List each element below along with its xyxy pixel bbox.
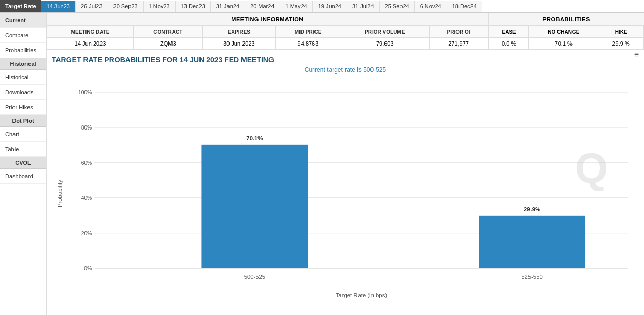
date-tabs: 14 Jun2326 Jul2320 Sep231 Nov2313 Dec233… <box>41 1 482 12</box>
sidebar-section-historical: Historical <box>0 58 46 70</box>
date-tab-31jan24[interactable]: 31 Jan24 <box>211 1 245 12</box>
prob-table: EASENO CHANGEHIKE 0.0 %70.1 %29.9 % <box>489 26 644 50</box>
bar-500-525 <box>201 145 308 268</box>
probabilities-section: PROBABILITIES EASENO CHANGEHIKE 0.0 %70.… <box>489 13 644 50</box>
meeting-header: EXPIRES <box>203 26 276 38</box>
date-tab-19jun24[interactable]: 19 Jun24 <box>313 1 347 12</box>
meeting-cell: 30 Jun 2023 <box>203 38 276 50</box>
date-tab-13dec23[interactable]: 13 Dec23 <box>176 1 211 12</box>
meeting-cell: 79,603 <box>340 38 430 50</box>
bar-chart: Probability 100% 80% 60% 40% 20% 0 <box>52 76 639 306</box>
sidebar-item-table[interactable]: Table <box>0 142 46 157</box>
svg-text:80%: 80% <box>81 125 92 131</box>
target-rate-label: Target Rate <box>0 0 41 12</box>
content-area: MEETING INFORMATION MEETING DATECONTRACT… <box>47 13 644 315</box>
meeting-header: MID PRICE <box>276 26 340 38</box>
main-layout: CurrentCompareProbabilitiesHistoricalHis… <box>0 13 644 315</box>
meeting-header: CONTRACT <box>134 26 203 38</box>
svg-text:29.9%: 29.9% <box>524 206 540 212</box>
prob-cell: 0.0 % <box>489 38 529 50</box>
svg-text:500-525: 500-525 <box>244 274 266 280</box>
sidebar-section-dot plot: Dot Plot <box>0 115 46 127</box>
sidebar-item-prior-hikes[interactable]: Prior Hikes <box>0 100 46 115</box>
prob-header: NO CHANGE <box>529 26 598 38</box>
sidebar-section-cvol: CVOL <box>0 157 46 169</box>
chart-area: TARGET RATE PROBABILITIES FOR 14 JUN 202… <box>47 50 644 307</box>
sidebar-item-chart[interactable]: Chart <box>0 127 46 142</box>
top-bar: Target Rate 14 Jun2326 Jul2320 Sep231 No… <box>0 0 644 13</box>
sidebar-item-historical[interactable]: Historical <box>0 70 46 85</box>
probabilities-title: PROBABILITIES <box>489 13 644 26</box>
sidebar-item-current[interactable]: Current <box>0 13 46 28</box>
date-tab-25sep24[interactable]: 25 Sep24 <box>380 1 415 12</box>
date-tab-26jul23[interactable]: 26 Jul23 <box>76 1 108 12</box>
meeting-cell: 271,977 <box>430 38 488 50</box>
meeting-info-table: MEETING DATECONTRACTEXPIRESMID PRICEPRIO… <box>47 26 488 50</box>
watermark-q: Q <box>575 144 608 192</box>
x-axis-label: Target Rate (in bps) <box>336 292 388 298</box>
meeting-header: PRIOR VOLUME <box>340 26 430 38</box>
bar-525-550 <box>479 216 585 268</box>
date-tab-18dec24[interactable]: 18 Dec24 <box>447 1 482 12</box>
meeting-info: MEETING INFORMATION MEETING DATECONTRACT… <box>47 13 489 50</box>
chart-title: TARGET RATE PROBABILITIES FOR 14 JUN 202… <box>52 55 639 64</box>
meeting-header: MEETING DATE <box>47 26 134 38</box>
date-tab-14jun23[interactable]: 14 Jun23 <box>41 1 76 12</box>
sidebar-item-probabilities[interactable]: Probabilities <box>0 43 46 58</box>
date-tab-1may24[interactable]: 1 May24 <box>280 1 313 12</box>
meeting-info-title: MEETING INFORMATION <box>47 13 488 26</box>
prob-header: HIKE <box>598 26 644 38</box>
date-tab-20mar24[interactable]: 20 Mar24 <box>245 1 280 12</box>
y-axis-label: Probability <box>56 180 63 207</box>
date-tab-1nov23[interactable]: 1 Nov23 <box>144 1 176 12</box>
date-tab-20sep23[interactable]: 20 Sep23 <box>108 1 144 12</box>
svg-text:40%: 40% <box>81 195 92 201</box>
info-section: MEETING INFORMATION MEETING DATECONTRACT… <box>47 13 644 50</box>
meeting-cell: 14 Jun 2023 <box>47 38 134 50</box>
svg-text:525-550: 525-550 <box>521 274 543 280</box>
chart-subtitle: Current target rate is 500-525 <box>52 66 639 74</box>
prob-header: EASE <box>489 26 529 38</box>
svg-text:60%: 60% <box>81 160 92 166</box>
prob-cell: 29.9 % <box>598 38 644 50</box>
svg-text:70.1%: 70.1% <box>246 135 263 141</box>
meeting-cell: ZQM3 <box>134 38 203 50</box>
meeting-header: PRIOR OI <box>430 26 488 38</box>
prob-cell: 70.1 % <box>529 38 598 50</box>
meeting-cell: 94.8763 <box>276 38 340 50</box>
date-tab-31jul24[interactable]: 31 Jul24 <box>347 1 380 12</box>
sidebar-item-dashboard[interactable]: Dashboard <box>0 169 46 184</box>
sidebar-item-downloads[interactable]: Downloads <box>0 85 46 100</box>
svg-text:0%: 0% <box>84 266 92 271</box>
chart-menu-icon[interactable]: ≡ <box>634 50 639 60</box>
svg-text:20%: 20% <box>81 231 92 236</box>
sidebar: CurrentCompareProbabilitiesHistoricalHis… <box>0 13 47 315</box>
svg-text:100%: 100% <box>78 90 92 95</box>
date-tab-6nov24[interactable]: 6 Nov24 <box>415 1 447 12</box>
sidebar-item-compare[interactable]: Compare <box>0 28 46 43</box>
